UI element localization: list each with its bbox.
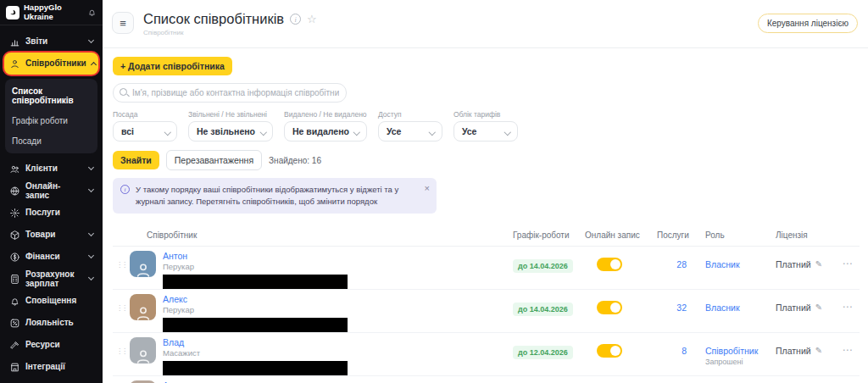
employee-cell: Алекс Перукар: [130, 294, 504, 333]
reload-button[interactable]: Перезавантаження: [166, 150, 262, 170]
banner-close-icon[interactable]: ×: [425, 183, 430, 193]
table-row: ⋮⋮ Влад Масажист: [113, 333, 860, 376]
sidebar-item[interactable]: Клієнти: [4, 158, 98, 180]
app-window: HappyGlo Ukraine Звіти Співробітники: [0, 0, 868, 383]
filter: Посада всі: [113, 110, 177, 142]
employee-name-link[interactable]: Антон: [163, 251, 348, 262]
row-more-menu-icon[interactable]: ⋯: [835, 258, 860, 269]
sidebar-item-label: Онлайн-запис: [25, 181, 84, 201]
edit-license-icon[interactable]: ✎: [815, 259, 822, 269]
sidebar-item-label: Товари: [25, 230, 84, 240]
online-booking-cell: [585, 258, 657, 271]
schedule-cell: до 14.04.2026: [504, 300, 585, 316]
favorite-star-icon[interactable]: ☆: [307, 14, 317, 25]
main-area: ≡ Список співробітників i ☆ Співробітник…: [103, 0, 868, 383]
filter-select[interactable]: Не видалено: [284, 121, 367, 142]
sidebar-subitem[interactable]: Список співробітників: [12, 86, 91, 105]
sidebar-item[interactable]: Онлайн-запис: [4, 180, 98, 202]
employee-position: Перукар: [163, 262, 348, 271]
schedule-cell: до 14.04.2026: [504, 257, 585, 273]
sidebar-item[interactable]: Розрахунок зарплат: [4, 268, 98, 290]
sidebar-item[interactable]: Ресурси: [4, 334, 98, 356]
sidebar-item[interactable]: Фінанси: [4, 246, 98, 268]
sidebar-item-icon: [9, 164, 20, 175]
sidebar-item-label: Сповіщення: [25, 296, 93, 306]
notifications-bell-icon[interactable]: [87, 8, 97, 17]
redacted-contact-info: [163, 361, 348, 375]
avatar: [130, 251, 156, 277]
find-button[interactable]: Знайти: [113, 151, 159, 169]
license-cell: Платний ✎: [771, 346, 835, 356]
filters-row: Посада всі Звільнені / Не звільнені Не з…: [113, 110, 860, 142]
schedule-badge: до 14.04.2026: [513, 259, 573, 273]
sidebar-item[interactable]: Послуги: [4, 202, 98, 224]
sidebar-item[interactable]: Сповіщення: [4, 290, 98, 312]
online-booking-toggle[interactable]: [597, 258, 622, 271]
employee-name-link[interactable]: Влад: [163, 337, 348, 348]
filter-select[interactable]: Усе: [453, 121, 518, 142]
employee-info: Антон Перукар: [163, 251, 348, 290]
drag-handle-icon[interactable]: ⋮⋮: [113, 261, 130, 269]
column-online-booking: Онлайн запис: [585, 230, 657, 240]
sidebar-item[interactable]: Звіти: [4, 31, 98, 53]
sidebar: HappyGlo Ukraine Звіти Співробітники: [0, 0, 103, 383]
filter-value: Усе: [387, 126, 402, 136]
drag-handle-icon[interactable]: ⋮⋮: [113, 304, 130, 312]
sidebar-item-label: Клієнти: [25, 164, 84, 174]
sidebar-item-label: Звіти: [25, 36, 84, 47]
info-icon[interactable]: i: [290, 14, 301, 25]
sidebar-item-label: Послуги: [25, 208, 93, 218]
row-more-menu-icon[interactable]: ⋯: [835, 344, 860, 356]
page-header: ≡ Список співробітників i ☆ Співробітник…: [103, 0, 868, 48]
employee-name-link[interactable]: Алекс: [163, 294, 348, 305]
employee-position: Перукар: [163, 305, 348, 314]
page-title: Список співробітників: [143, 11, 284, 27]
avatar-person-icon: [134, 261, 153, 277]
redacted-contact-info: [163, 275, 348, 289]
sidebar-item-label: Фінанси: [25, 252, 84, 262]
filter: Облік тарифів Усе: [453, 110, 518, 142]
online-booking-toggle[interactable]: [597, 344, 622, 358]
services-count-link[interactable]: 28: [657, 259, 695, 269]
menu-toggle-button[interactable]: ≡: [112, 12, 134, 34]
license-cell: Платний ✎: [771, 259, 835, 269]
employees-table: Співробітник Графік-роботи Онлайн запис …: [113, 225, 860, 383]
sidebar-item[interactable]: Товари: [4, 224, 98, 246]
filter-select[interactable]: Усе: [378, 121, 442, 142]
banner-info-icon: i: [120, 185, 130, 194]
services-count-link[interactable]: 32: [657, 303, 695, 313]
filter-label: Видалено / Не видалено: [284, 110, 367, 119]
edit-license-icon[interactable]: ✎: [815, 303, 822, 312]
row-more-menu-icon[interactable]: ⋯: [835, 301, 860, 313]
role-link[interactable]: Співробітник: [705, 346, 771, 357]
sidebar-item[interactable]: Лояльність: [4, 312, 98, 334]
sidebar-nav: Звіти Співробітники Список співробітникі…: [0, 25, 103, 383]
sidebar-submenu: Список співробітників Графік роботи Поса…: [5, 79, 97, 153]
search-input[interactable]: [113, 83, 347, 103]
sidebar-item-icon: [9, 208, 20, 219]
role-link[interactable]: Власник: [705, 303, 771, 314]
filter-select[interactable]: Не звільнено: [188, 121, 273, 142]
drag-handle-icon[interactable]: ⋮⋮: [113, 347, 130, 355]
edit-license-icon[interactable]: ✎: [815, 346, 822, 355]
sidebar-item[interactable]: Співробітники: [4, 53, 98, 75]
avatar: [130, 337, 156, 364]
sidebar-subitem[interactable]: Посади: [12, 136, 91, 146]
sidebar-subitem[interactable]: Графік роботи: [12, 116, 91, 125]
services-count-link[interactable]: 8: [657, 346, 695, 356]
sidebar-item-icon: [9, 274, 20, 285]
filter-select[interactable]: всі: [113, 121, 177, 142]
avatar: [130, 294, 156, 320]
online-booking-toggle[interactable]: [597, 301, 622, 314]
role-cell: Власник: [695, 303, 771, 314]
sidebar-bottom-items: Клієнти Онлайн-запис Послуги: [4, 158, 98, 378]
license-value: Платний: [776, 259, 811, 269]
sidebar-item-icon: [9, 318, 20, 329]
sidebar-item[interactable]: Інтеграції: [4, 356, 98, 378]
role-link[interactable]: Власник: [705, 259, 771, 270]
manage-license-button[interactable]: Керування ліцензією: [758, 14, 858, 33]
online-booking-cell: [585, 301, 657, 314]
add-employee-button[interactable]: + Додати співробітника: [113, 57, 232, 75]
employee-name-link[interactable]: Анна: [163, 380, 206, 383]
filter-label: Звільнені / Не звільнені: [188, 110, 273, 119]
